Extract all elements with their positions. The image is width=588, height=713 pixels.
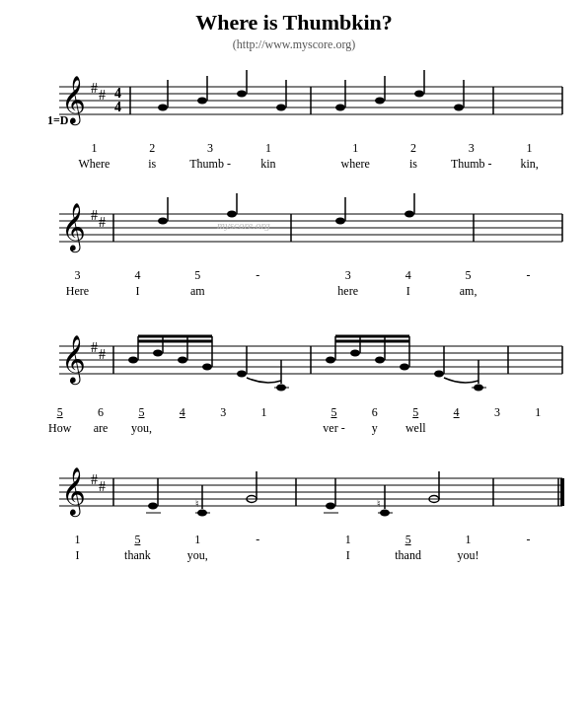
lyric-cell: thank [108, 548, 168, 563]
subtitle: (http://www.myscore.org) [20, 37, 568, 52]
lyric-cell [244, 421, 284, 436]
num-cell: 5 [39, 405, 80, 420]
num-cell: 5 [168, 268, 228, 283]
svg-point-38 [158, 218, 168, 225]
svg-point-80 [400, 364, 409, 371]
svg-point-19 [335, 105, 345, 111]
lyric-cell: How [39, 421, 80, 436]
svg-text:#: # [99, 215, 106, 230]
lyric-cell: Thumb - [442, 157, 500, 172]
num-cell: 5 [378, 533, 438, 547]
lyric-cell: am, [438, 284, 498, 299]
lyric-cell: you! [438, 548, 498, 563]
svg-text:𝄞: 𝄞 [61, 203, 86, 253]
num-cell: - [498, 533, 558, 547]
staff-svg-3: 𝄞 # # [20, 317, 568, 405]
svg-text:#: # [99, 88, 106, 103]
num-cell: 3 [47, 268, 108, 283]
lyric-cell: I [47, 548, 108, 563]
lyric-cell: you, [121, 421, 162, 436]
lyric-cell: where [327, 157, 385, 172]
lyric-cell: Thumb - [182, 157, 240, 172]
svg-point-10 [158, 105, 168, 111]
lyric-cell [228, 548, 288, 563]
lyric-cell: am [168, 284, 228, 299]
svg-text:♮: ♮ [377, 498, 381, 509]
svg-text:#: # [91, 81, 98, 96]
lyric-cell: well [396, 421, 436, 436]
num-cell: 3 [182, 141, 240, 156]
num-cell: 1 [239, 141, 297, 156]
num-cell: 1 [168, 533, 228, 547]
lyrics-row-4: I thank you, I thand you! [20, 548, 568, 563]
lyric-cell [228, 284, 288, 299]
num-cell: - [228, 268, 288, 283]
num-cell: 5 [438, 268, 498, 283]
svg-point-58 [128, 357, 138, 364]
lyric-cell [297, 157, 326, 172]
svg-text:4: 4 [114, 86, 121, 101]
svg-point-84 [434, 371, 444, 378]
lyric-cell: is [385, 157, 443, 172]
numbers-row-3: 5 6 5 4 3 1 5 6 5 4 3 1 [20, 405, 568, 420]
num-cell: 1 [438, 533, 498, 547]
lyric-cell: Here [47, 284, 108, 299]
lyric-cell [203, 421, 244, 436]
svg-text:#: # [91, 472, 98, 487]
svg-point-43 [335, 218, 345, 225]
num-cell: 1 [518, 405, 558, 420]
svg-point-110 [326, 503, 335, 510]
lyric-cell [436, 421, 477, 436]
staff-section-1: 𝄞 # # 4 4 [20, 62, 568, 172]
svg-text:𝄞: 𝄞 [61, 467, 86, 518]
lyric-cell [288, 284, 318, 299]
lyric-cell [288, 548, 318, 563]
svg-text:#: # [99, 347, 106, 362]
lyric-cell: kin [239, 157, 297, 172]
num-cell: 5 [314, 405, 354, 420]
num-cell: 5 [108, 533, 168, 547]
lyric-cell: I [378, 284, 438, 299]
lyric-cell [498, 284, 558, 299]
num-cell: 5 [396, 405, 436, 420]
staff-svg-1: 𝄞 # # 4 4 [20, 62, 568, 141]
page-title: Where is Thumbkin? [20, 10, 568, 36]
num-cell: 1 [500, 141, 558, 156]
svg-point-64 [202, 364, 212, 371]
num-cell: 6 [80, 405, 120, 420]
svg-text:#: # [91, 340, 98, 355]
num-cell: 2 [385, 141, 443, 156]
num-cell [288, 533, 318, 547]
num-cell: 1 [318, 533, 378, 547]
num-cell [297, 141, 326, 156]
num-cell: 4 [378, 268, 438, 283]
svg-point-74 [326, 357, 335, 364]
svg-point-45 [404, 211, 414, 218]
lyric-cell [477, 421, 517, 436]
staff-section-4: 𝄞 # # ♮ [20, 454, 568, 563]
lyric-cell: you, [168, 548, 228, 563]
svg-point-68 [237, 371, 247, 378]
num-cell [288, 268, 318, 283]
page: Where is Thumbkin? (http://www.myscore.o… [0, 0, 588, 591]
tempo-label: 1=D [47, 113, 69, 128]
staff-svg-2: 𝄞 # # myscore.org [20, 189, 568, 268]
svg-point-62 [178, 357, 187, 364]
lyric-cell [284, 421, 314, 436]
svg-text:♮: ♮ [195, 498, 199, 509]
svg-point-23 [414, 91, 424, 98]
lyric-cell: here [318, 284, 378, 299]
staff-svg-4: 𝄞 # # ♮ [20, 454, 568, 533]
lyric-cell: I [108, 284, 168, 299]
svg-text:4: 4 [114, 100, 121, 114]
num-cell: 1 [244, 405, 284, 420]
lyric-cell: I [318, 548, 378, 563]
lyric-cell: y [354, 421, 395, 436]
svg-point-25 [454, 105, 464, 111]
svg-text:#: # [99, 479, 106, 494]
numbers-row-1: 1 2 3 1 1 2 3 1 [20, 141, 568, 156]
svg-point-12 [197, 98, 207, 105]
lyric-cell: kin, [500, 157, 558, 172]
svg-point-78 [375, 357, 385, 364]
num-cell: 3 [318, 268, 378, 283]
